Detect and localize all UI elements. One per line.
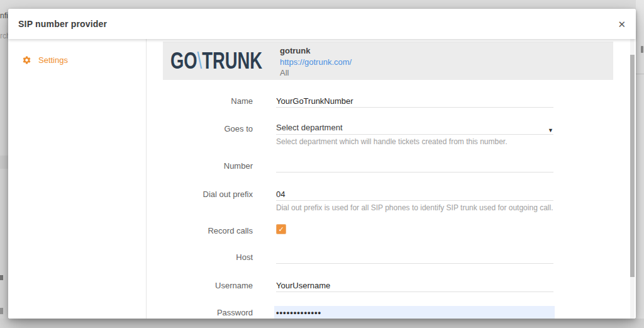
form-row-name: Name [147,94,636,108]
modal-title: SIP number provider [18,19,107,29]
background-glyph-fragment [641,46,643,53]
number-field-label: Number [147,159,253,172]
background-page-bottom [0,319,644,328]
form-row-dial-out-prefix: Dial out prefix Dial out prefix is used … [147,188,636,212]
content-scrollbar[interactable] [630,39,635,319]
background-row-band [0,156,8,169]
password-input[interactable] [274,306,555,319]
modal-header: SIP number provider ✕ [8,9,636,39]
goes-to-selected-value: Select department [276,123,343,132]
sidebar-item-label: Settings [38,55,68,65]
provider-name: gotrunk [280,45,352,57]
provider-header: GO\TRUNK gotrunk https://gotrunk.com/ Al… [163,42,613,80]
name-input[interactable] [276,94,553,108]
sip-number-provider-modal: SIP number provider ✕ Settings GO\TRUNK … [8,9,636,319]
provider-scope: All [280,67,352,79]
record-calls-checkbox[interactable]: ✓ [276,224,286,234]
provider-info: gotrunk https://gotrunk.com/ All [280,45,352,79]
password-field-label: Password [147,306,253,319]
form-row-password: Password [147,306,636,319]
goes-to-field-label: Goes to [147,122,253,135]
username-input[interactable] [276,279,553,292]
sidebar-item-settings[interactable]: Settings [8,39,146,65]
logo-text: GO [170,48,197,74]
screen: nfig rch SIP number provider ✕ Settings … [0,0,644,328]
dial-out-prefix-field-label: Dial out prefix [147,188,253,201]
provider-url-link[interactable]: https://gotrunk.com/ [280,57,352,68]
form-row-host: Host [147,251,636,264]
scrollbar-thumb[interactable] [630,55,635,277]
form-row-username: Username [147,279,636,292]
background-glyph-fragment [0,308,3,314]
background-glyph-fragment [0,275,3,280]
number-input[interactable] [276,159,553,172]
settings-panel: GO\TRUNK gotrunk https://gotrunk.com/ Al… [147,39,636,319]
gear-icon [22,55,31,65]
dial-out-prefix-helper-text: Dial out prefix is used for all SIP phon… [276,203,553,212]
dial-out-prefix-input[interactable] [276,188,553,201]
sidebar: Settings [8,39,147,319]
form-row-goes-to: Goes to Select department ▼ Select depar… [147,122,636,146]
modal-body: Settings GO\TRUNK gotrunk https://gotrun… [8,39,636,319]
name-field-label: Name [147,94,253,108]
dropdown-arrow-icon: ▼ [548,125,553,136]
host-input[interactable] [276,251,553,264]
logo-text: TRUNK [202,48,262,74]
record-calls-field-label: Record calls [147,224,253,237]
close-icon[interactable]: ✕ [618,20,626,29]
form-row-record-calls: Record calls ✓ [147,224,636,237]
host-field-label: Host [147,251,253,264]
username-field-label: Username [147,279,253,292]
logo-slash: \ [197,48,203,74]
form-row-number: Number [147,159,636,172]
gotrunk-logo: GO\TRUNK [170,49,262,72]
goes-to-helper-text: Select department which will handle tick… [276,137,553,146]
check-icon: ✓ [278,226,284,233]
goes-to-select[interactable]: Select department ▼ [276,122,553,135]
